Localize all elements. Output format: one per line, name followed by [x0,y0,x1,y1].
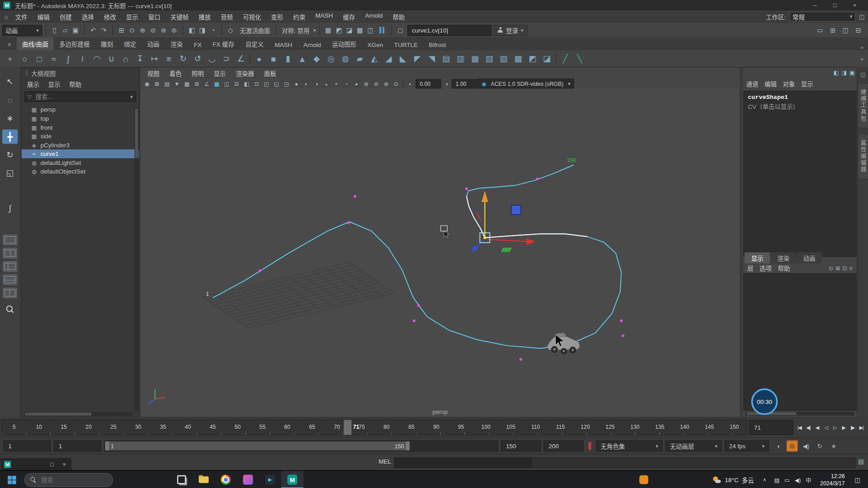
menu-item[interactable]: 修改 [99,12,121,21]
playback-end-input[interactable] [505,442,537,450]
shelf-tab[interactable]: 雕刻 [95,38,118,50]
tray-ime-icon[interactable]: 中 [806,475,811,483]
exposure-field[interactable] [416,79,441,88]
playback-start-field[interactable] [54,441,101,451]
attach-surfaces-icon[interactable]: ▦ [468,52,482,66]
outliner-search-input[interactable] [34,93,127,100]
nurbs-plane-icon[interactable]: ◆ [309,52,324,66]
pause-button[interactable]: ▍▍ [377,27,388,33]
time-tick[interactable]: 125 [598,420,623,435]
plugin-shapes-icon[interactable]: ⊙ [392,79,401,88]
animation-end-field[interactable] [543,441,583,451]
range-slider[interactable]: 1 150 [104,441,498,451]
task-view-button[interactable] [170,471,193,488]
time-tick[interactable]: 60 [275,420,300,435]
offset-curve-icon[interactable]: ≡ [162,52,176,66]
select-camera-icon[interactable]: ◉ [142,79,152,88]
playback-speed-icon[interactable]: ◀) [801,441,811,451]
shelf-overflow-icon[interactable]: » [860,55,868,62]
menu-item[interactable]: 缓存 [338,12,360,21]
time-tick[interactable]: 90 [424,420,448,435]
intersect-curves-icon[interactable]: ∠ [234,52,248,66]
manipulator-x-arrow[interactable] [526,238,535,245]
output-connections-icon[interactable]: ◨ [197,24,208,35]
viewport-menu-item[interactable]: 着色 [165,68,187,77]
snap-view-plane-icon[interactable]: ⊗ [158,24,169,35]
extend-surfaces-icon[interactable]: ◩ [525,52,540,66]
panel-grip-icon[interactable]: ⣿ [25,70,28,76]
cv-hint-label[interactable]: CV（单击以显示） [748,102,852,111]
snap-projected-center-icon[interactable]: ⊘ [148,24,158,35]
manipulator-y-arrow[interactable] [481,191,488,202]
loft-icon[interactable]: ◭ [367,52,382,66]
open-close-surfaces-icon[interactable]: ▨ [496,52,511,66]
close-button[interactable]: × [845,0,865,10]
shelf-tab[interactable]: Bifrost [423,40,452,50]
play-forwards-button[interactable]: ▷ [830,421,840,435]
fillet-curve-icon[interactable]: ◡ [205,52,219,66]
shelf-menu-icon[interactable]: ≡ [2,41,17,47]
grid-toggle-icon[interactable]: ▩ [212,79,222,88]
media-app-button[interactable]: ▶ [259,471,281,488]
sculpt-brush-icon[interactable]: ╲ [572,52,587,66]
lasso-tool[interactable]: ◌ [2,93,18,108]
layout-hypershade-button[interactable] [3,288,17,298]
shelf-tab[interactable]: 运动图形 [326,38,362,50]
chrome-button[interactable] [215,471,237,488]
quick-selection-input[interactable] [411,26,488,34]
recording-timer-overlay[interactable]: 00:30 [751,389,778,415]
time-tick[interactable]: 5 [2,420,27,435]
anim-layer-select[interactable]: 无动画层 ▾ [665,441,722,451]
exposure-icon[interactable]: ◐ [406,79,415,88]
workspace-select[interactable]: 常规 ▾ [789,12,856,22]
rotate-tool[interactable]: ↻ [2,148,18,162]
outliner-item-front[interactable]: ▦ front [22,123,139,132]
shelf-tab[interactable]: MASH [269,40,297,50]
detach-curves-icon[interactable]: ∩ [118,52,133,66]
menu-set-select[interactable]: 动画 ▾ [2,24,42,35]
layer-editor-tab[interactable]: 渲染 [770,252,796,263]
keyframe-bookmark-icon[interactable] [589,442,591,450]
menu-item[interactable]: 编辑 [33,12,55,21]
boundary-icon[interactable]: ◥ [425,52,439,66]
nurbs-square-icon[interactable]: □ [32,52,47,66]
project-curve-icon[interactable]: ⊃ [219,52,234,66]
selected-cv-point[interactable] [483,236,486,239]
taskbar-search[interactable] [24,473,113,487]
scale-tool[interactable]: ◱ [2,166,18,180]
play-backwards-button[interactable]: ◁ [821,421,830,435]
pencil-curve-tool-icon[interactable]: ≀ [75,52,90,66]
menu-item[interactable]: 显示 [121,12,143,21]
outliner-horizontal-scrollbar[interactable] [24,412,132,416]
channel-box-menu-item[interactable]: 对象 [783,79,795,88]
bookmarks-icon[interactable]: ▼ [172,79,182,88]
animation-start-field[interactable] [3,441,51,451]
menu-item[interactable]: 选择 [77,12,99,21]
snap-curve-icon[interactable]: ⊙ [127,24,137,35]
mel-input[interactable] [397,459,531,467]
maximize-button[interactable]: □ [825,0,844,10]
nurbs-circle-icon[interactable]: ○ [18,52,32,66]
nurbs-circle-prim-icon[interactable]: ◍ [338,52,353,66]
render-settings-icon[interactable]: ▩ [354,24,365,35]
symmetry-label[interactable]: 对称: 禁用 [279,26,311,35]
input-connections-icon[interactable]: ◧ [187,24,197,35]
outliner-vertical-scrollbar[interactable] [135,108,139,411]
dock-tab[interactable]: 建模工具包 [857,83,868,128]
layer-new-from-selected-icon[interactable]: ⊡ [842,265,847,271]
outliner-menu-item[interactable]: 帮助 [69,80,81,89]
arc-tool-icon[interactable]: ◠ [90,52,104,66]
menu-item[interactable]: 播放 [193,12,216,21]
taskbar-clock[interactable]: 12:26 2024/3/17 [815,473,850,487]
tray-battery-icon[interactable]: ▭ [784,475,790,483]
layout-persp-graph-button[interactable] [3,274,17,285]
channel-box-menu-item[interactable]: 通道 [746,79,759,88]
shaded-icon[interactable]: ● [292,79,301,88]
outliner-search[interactable]: ▽ ▾ [24,91,136,102]
layout-single-icon[interactable]: ▭ [815,24,825,35]
viewport-menu-item[interactable]: 面板 [259,68,281,77]
move-tool[interactable]: ╋ [2,130,18,144]
open-render-view-icon[interactable]: ▦ [323,24,334,35]
ao-icon[interactable]: ◓ [331,79,341,88]
shelf-tab[interactable]: 曲线/曲面 [17,38,54,50]
